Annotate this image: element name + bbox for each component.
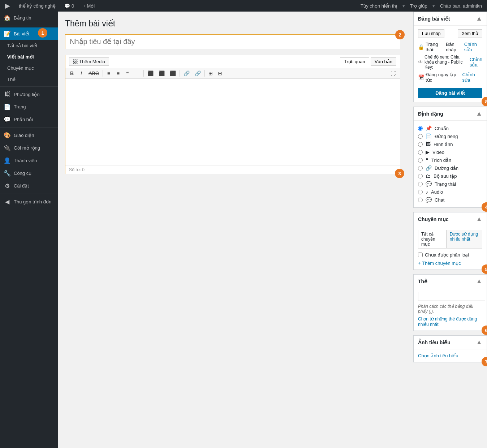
- sidebar-item-media[interactable]: 🖼 Phương tiện: [0, 88, 58, 100]
- tags-box-header[interactable]: Thẻ ▲: [414, 275, 487, 288]
- add-category-link[interactable]: + Thêm chuyên mục: [418, 260, 482, 266]
- format-radio-video[interactable]: [418, 150, 423, 155]
- preview-btn[interactable]: Xem thử: [458, 29, 482, 38]
- cat-tab-all[interactable]: Tất cả chuyên mục: [418, 230, 447, 248]
- format-icon-chat: 💬: [426, 197, 432, 203]
- comments-link[interactable]: 💬 0: [62, 0, 76, 12]
- appearance-icon: 🎨: [4, 132, 11, 139]
- users-icon: 👤: [4, 157, 11, 164]
- format-icon-standard: 📌: [426, 125, 432, 131]
- visibility-label: Chế độ xem: Chia khóa chung - Public Key…: [424, 55, 468, 70]
- sidebar-item-all-posts[interactable]: Tất cả bài viết: [0, 40, 58, 51]
- format-icon-aside: 📄: [426, 133, 432, 139]
- title-input[interactable]: [65, 34, 400, 49]
- format-radio-link[interactable]: [418, 166, 423, 171]
- format-radio-status[interactable]: [418, 182, 423, 186]
- sidebar-item-appearance[interactable]: 🎨 Giao diện: [0, 129, 58, 142]
- cat-checkbox-uncategorized[interactable]: [418, 253, 423, 257]
- visual-tab[interactable]: Trực quan: [340, 57, 369, 66]
- right-sidebar: 8 Đăng bài viết ▲ Lưu nháp Xem thử 🔒 Trạ…: [408, 12, 487, 448]
- category-box-title: Chuyên mục: [418, 216, 448, 222]
- new-post-link[interactable]: + Mới: [81, 0, 97, 12]
- sidebar-item-posts[interactable]: 📝 Bài viết: [0, 27, 58, 40]
- popular-tags-link[interactable]: Chọn từ những thẻ được dùng nhiều nhất: [418, 316, 477, 327]
- format-radio-chat[interactable]: [418, 198, 423, 202]
- fmt-divider-4: [204, 70, 205, 77]
- tags-box-content: Thêm Phân cách các thẻ bằng dấu phẩy (,)…: [414, 288, 487, 331]
- format-box-header[interactable]: Định dạng ▲: [414, 107, 487, 121]
- status-label: Trạng thái:: [426, 42, 444, 52]
- editor-area: 3 🖼 Thêm Media Trực quan Văn bản B I ABC…: [65, 55, 400, 174]
- table2-btn[interactable]: ⊟: [216, 70, 224, 77]
- link-btn[interactable]: 🔗: [181, 70, 192, 77]
- settings-icon: ⚙: [4, 182, 11, 189]
- settings-label: Cài đặt: [14, 183, 29, 189]
- sidebar-item-tools[interactable]: 🔧 Công cụ: [0, 167, 58, 180]
- greeting: Chào ban, admintkn: [438, 0, 484, 12]
- publish-collapse-icon: ▲: [476, 15, 482, 22]
- wp-logo[interactable]: ▶: [3, 0, 12, 12]
- format-radio-aside[interactable]: [418, 134, 423, 139]
- visibility-edit-link[interactable]: Chỉnh sửa: [470, 57, 482, 68]
- ol-btn[interactable]: ≡: [114, 70, 122, 77]
- comments-icon: 💬: [4, 116, 11, 123]
- fullscreen-btn[interactable]: ⛶: [388, 70, 398, 77]
- plugins-icon: 🔌: [4, 145, 11, 151]
- featured-collapse-icon: ▲: [476, 339, 482, 346]
- tag-input[interactable]: [418, 292, 485, 301]
- align-left-btn[interactable]: ⬛: [145, 70, 156, 77]
- sidebar-item-plugins[interactable]: 🔌 Gói mở rộng: [0, 142, 58, 154]
- sidebar-item-settings[interactable]: ⚙ Cài đặt: [0, 180, 58, 192]
- fmt-divider-1: [103, 70, 103, 77]
- hr-btn[interactable]: —: [133, 70, 142, 77]
- publish-btn[interactable]: Đăng bài viết: [418, 88, 482, 98]
- editor-toolbar-top: 🖼 Thêm Media Trực quan Văn bản: [65, 55, 400, 68]
- format-radio-gallery[interactable]: [418, 174, 423, 178]
- save-draft-btn[interactable]: Lưu nháp: [418, 29, 444, 38]
- format-radio-quote[interactable]: [418, 158, 423, 163]
- display-options-btn[interactable]: Tùy chọn hiển thị: [358, 0, 400, 12]
- sidebar: 🏠 Bảng tin 📝 Bài viết Tất cả bài viết Vi…: [0, 12, 58, 448]
- tags-collapse-icon: ▲: [476, 277, 482, 285]
- set-featured-image-link[interactable]: Chọn ảnh tiêu biểu: [418, 353, 458, 358]
- strikethrough-btn[interactable]: ABC: [86, 70, 101, 77]
- text-tab[interactable]: Văn bản: [371, 57, 396, 66]
- italic-btn[interactable]: I: [77, 70, 86, 77]
- comments-count: 0: [72, 3, 74, 9]
- ul-btn[interactable]: ≡: [104, 70, 113, 77]
- sidebar-item-categories[interactable]: Chuyên mục: [0, 63, 58, 74]
- publish-box-header[interactable]: Đăng bài viết ▲: [414, 12, 487, 26]
- status-edit-link[interactable]: Chỉnh sửa: [464, 42, 482, 52]
- blockquote-btn[interactable]: ❝: [123, 70, 132, 77]
- add-media-label: Thêm Media: [79, 59, 105, 64]
- sidebar-item-users[interactable]: 👤 Thành viên: [0, 154, 58, 167]
- sidebar-item-dashboard[interactable]: 🏠 Bảng tin: [0, 12, 58, 24]
- align-right-btn[interactable]: ⬛: [168, 70, 178, 77]
- sidebar-item-new-post[interactable]: Viết bài mới: [0, 51, 58, 63]
- format-icon-link: 🔗: [426, 165, 432, 171]
- table-btn[interactable]: ⊞: [206, 70, 215, 77]
- format-box-title: Định dạng: [418, 111, 443, 117]
- site-name[interactable]: thế kỷ công nghệ: [17, 0, 58, 12]
- sidebar-item-tags[interactable]: Thẻ: [0, 74, 58, 85]
- help-btn[interactable]: Trợ giúp: [408, 0, 430, 12]
- sidebar-item-comments[interactable]: 💬 Phản hồi: [0, 113, 58, 126]
- category-box-header[interactable]: Chuyên mục ▲: [414, 212, 487, 226]
- format-radio-standard[interactable]: [418, 126, 423, 131]
- sidebar-item-pages[interactable]: 📄 Trang: [0, 100, 58, 113]
- format-label-gallery: Bộ sưu tập: [434, 173, 457, 179]
- format-box: 4 Định dạng ▲ 📌Chuẩn📄Đứng riêng🖼Hình ảnh…: [413, 107, 487, 208]
- format-radio-audio[interactable]: [418, 190, 423, 194]
- unlink-btn[interactable]: 🔗: [193, 70, 203, 77]
- add-media-btn[interactable]: 🖼 Thêm Media: [69, 57, 109, 66]
- editor-content[interactable]: [65, 79, 400, 165]
- cat-item-uncategorized: Chưa được phân loại: [418, 251, 482, 258]
- cat-tab-popular[interactable]: Được sử dụng nhiều nhất: [447, 230, 482, 248]
- badge-2: 2: [395, 30, 405, 39]
- schedule-edit-link[interactable]: Chỉnh sửa: [462, 72, 482, 83]
- sidebar-item-collapse[interactable]: ◀ Thu gọn trình đơn: [0, 195, 58, 208]
- featured-image-header[interactable]: Ảnh tiêu biểu ▲: [414, 336, 487, 349]
- format-radio-image[interactable]: [418, 142, 423, 147]
- align-center-btn[interactable]: ⬛: [156, 70, 167, 77]
- bold-btn[interactable]: B: [68, 70, 76, 77]
